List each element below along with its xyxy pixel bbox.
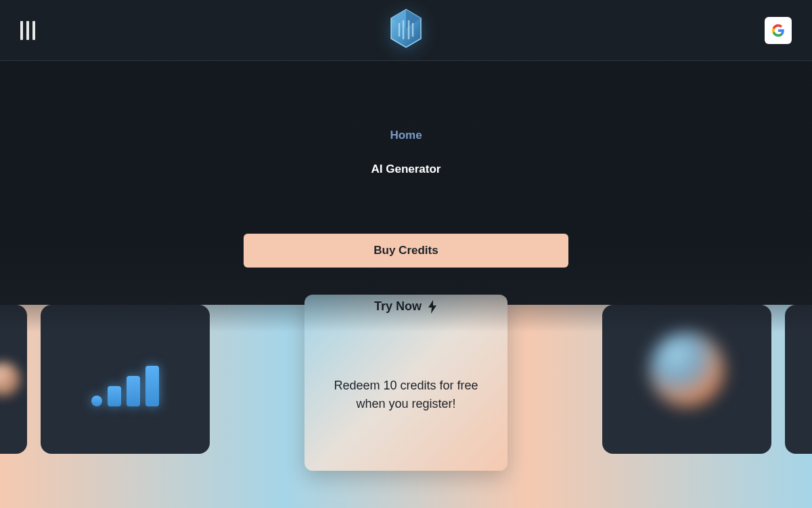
bar-chart-icon bbox=[91, 396, 102, 406]
google-icon bbox=[771, 24, 785, 37]
menu-icon[interactable] bbox=[20, 21, 35, 40]
carousel-section: Try Now Redeem 10 credits for free when … bbox=[0, 305, 812, 508]
bar-chart-icon bbox=[145, 366, 159, 406]
nav-overlay: Home AI Generator Buy Credits bbox=[0, 61, 812, 332]
promo-text: Redeem 10 credits for free when you regi… bbox=[304, 318, 508, 471]
header bbox=[0, 0, 812, 61]
google-signin-button[interactable] bbox=[765, 17, 792, 44]
orb-graphic-icon bbox=[0, 362, 20, 396]
nav-link-home[interactable]: Home bbox=[390, 129, 422, 142]
app-logo[interactable] bbox=[387, 7, 425, 53]
gradient-orb-icon bbox=[650, 332, 724, 406]
nav-link-ai-generator[interactable]: AI Generator bbox=[371, 163, 441, 176]
buy-credits-button[interactable]: Buy Credits bbox=[244, 234, 568, 268]
bar-chart-icon bbox=[108, 386, 121, 406]
bar-chart-icon bbox=[127, 376, 140, 406]
